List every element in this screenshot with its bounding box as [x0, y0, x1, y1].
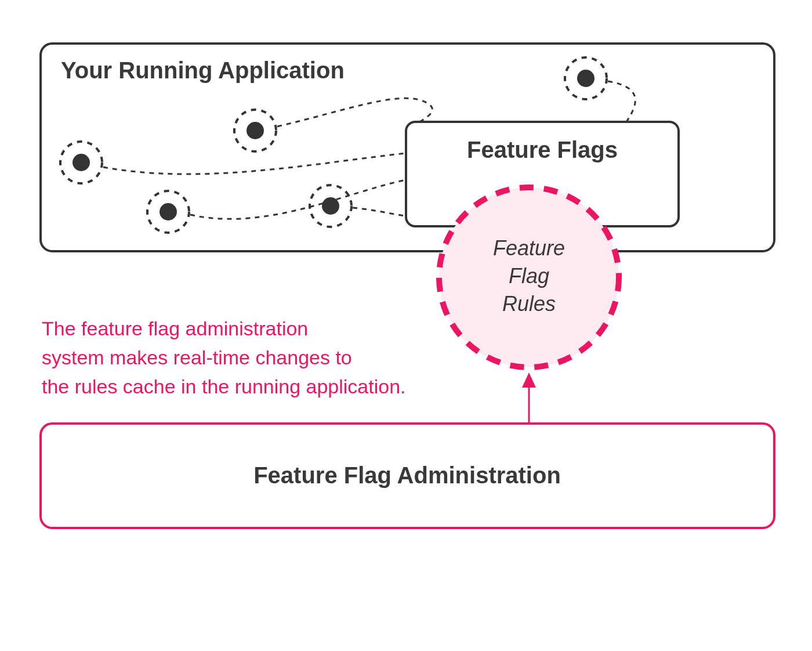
caption-line3: the rules cache in the running applicati… [42, 375, 406, 397]
connector [277, 98, 433, 126]
node-dot [60, 142, 102, 183]
admin-title: Feature Flag Administration [253, 462, 561, 488]
connector [608, 81, 635, 122]
rules-circle-line3: Rules [502, 292, 556, 316]
svg-point-9 [577, 70, 594, 87]
connector [103, 153, 406, 174]
diagram-canvas: Your Running Application Feature Flags F… [0, 0, 812, 651]
node-dot [147, 191, 189, 233]
node-dot [310, 185, 351, 227]
node-dot [565, 57, 607, 99]
application-title: Your Running Application [61, 57, 345, 83]
node-dot [234, 110, 276, 151]
feature-flags-title: Feature Flags [467, 137, 618, 162]
svg-point-1 [72, 154, 90, 171]
arrowhead-icon [522, 372, 536, 388]
caption-line1: The feature flag administration [42, 317, 308, 339]
caption-line2: system makes real-time changes to [42, 346, 352, 368]
svg-point-3 [246, 122, 264, 139]
rules-circle-line1: Feature [493, 236, 565, 260]
rules-circle-line2: Flag [509, 264, 549, 288]
connector [190, 180, 406, 219]
svg-point-5 [160, 203, 177, 220]
connector [353, 208, 406, 216]
